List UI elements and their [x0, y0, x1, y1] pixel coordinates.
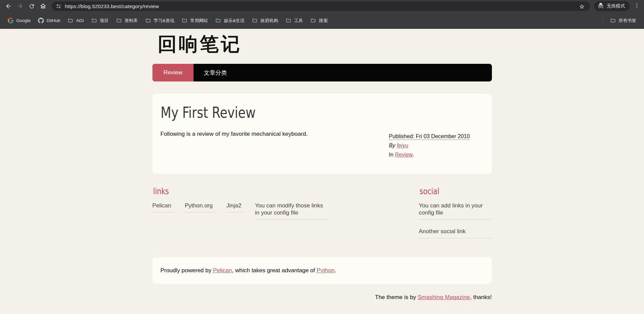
bookmark-label: AGI [76, 18, 84, 23]
bookmark-github[interactable]: GitHub [34, 16, 64, 26]
meta-period: . [412, 152, 414, 158]
theme-credit-suffix: , thanks! [470, 294, 492, 300]
main-nav: Review 文章分类 [152, 64, 492, 81]
list-item: Jinja2 [226, 202, 244, 213]
link-pelican[interactable]: Pelican [152, 202, 174, 213]
back-icon [5, 3, 12, 10]
nav-tab-categories[interactable]: 文章分类 [194, 64, 237, 81]
bookmark-label: 学习&资讯 [154, 18, 174, 24]
bookmark-folder-government[interactable]: 政府机构 [248, 16, 282, 26]
bookmark-label: 搜索 [319, 18, 328, 24]
link-python-org[interactable]: Python.org [185, 202, 215, 213]
bookmark-label: 常用网站 [190, 18, 208, 24]
category-link[interactable]: Review [395, 152, 412, 158]
folder-icon [286, 18, 291, 23]
bookmarks-bar: Google GitHub AGI 项目 资料库 学习&资讯 常用网站 娱乐&生… [0, 12, 644, 29]
incognito-label: 无痕模式 [607, 3, 625, 9]
social-section-title: social [420, 187, 439, 196]
pelican-link[interactable]: Pelican [213, 267, 232, 274]
social-link-add[interactable]: You can add links in your config file [419, 202, 492, 220]
folder-icon [252, 18, 258, 23]
links-section: links Pelican Python.org Jinja2 You can … [152, 187, 376, 238]
nav-tab-review[interactable]: Review [152, 64, 194, 81]
page-viewport: 回响笔记 Review 文章分类 My First Review Followi… [0, 29, 644, 314]
incognito-badge: 无痕模式 [594, 1, 630, 11]
url-text[interactable]: https://blog.520233.best/category/review [65, 3, 578, 9]
reload-icon [29, 3, 35, 10]
bookmark-label: GitHub [47, 18, 60, 23]
article-title: My First Review [161, 104, 256, 121]
folder-icon [215, 18, 221, 23]
list-item: You can add links in your config file [419, 202, 492, 220]
list-item: You can modify those links in your confi… [255, 202, 328, 220]
folder-icon [182, 18, 187, 23]
bookmark-star-icon[interactable] [578, 2, 586, 10]
list-item: Another social link [419, 228, 492, 238]
reload-button[interactable] [26, 1, 37, 11]
folder-icon [116, 18, 122, 23]
theme-credit: The theme is by Smashing Magazine, thank… [152, 294, 492, 301]
site-settings-icon[interactable] [56, 3, 61, 9]
folder-icon [610, 18, 616, 23]
smashing-magazine-link[interactable]: Smashing Magazine [418, 294, 470, 300]
folder-icon [91, 18, 97, 23]
bookmark-label: 资料库 [125, 18, 138, 24]
incognito-icon [597, 2, 604, 10]
bookmark-folder-search[interactable]: 搜索 [307, 16, 331, 26]
in-label: In [389, 152, 393, 158]
home-icon [40, 3, 47, 10]
all-bookmarks-label: 所有书签 [619, 18, 636, 24]
kebab-menu-icon [634, 2, 640, 10]
bookmark-folder-entertainment[interactable]: 娱乐&生活 [211, 16, 248, 26]
sidebar-widgets: links Pelican Python.org Jinja2 You can … [152, 187, 492, 238]
folder-icon [310, 18, 316, 23]
list-item: Python.org [185, 202, 215, 213]
bookmark-label: 政府机构 [260, 18, 278, 24]
bookmark-folder-common-sites[interactable]: 常用网站 [178, 16, 211, 26]
powered-by-text: Proudly powered by Pelican, which takes … [161, 267, 336, 274]
social-section: social You can add links in your config … [419, 187, 492, 238]
author-link[interactable]: feiyu [397, 143, 408, 148]
folder-icon [68, 18, 73, 23]
home-button[interactable] [37, 1, 49, 11]
python-link[interactable]: Python [317, 267, 335, 274]
forward-button[interactable] [14, 1, 26, 11]
github-favicon-icon [38, 18, 44, 23]
bookmark-folder-library[interactable]: 资料库 [112, 16, 142, 26]
bookmark-folder-agi[interactable]: AGI [64, 16, 87, 26]
published-date: Published: Fri 03 December 2010 [389, 133, 470, 140]
bookmark-folder-learning[interactable]: 学习&资讯 [142, 16, 178, 26]
url-bar[interactable]: https://blog.520233.best/category/review [52, 1, 590, 11]
links-section-title: links [153, 187, 169, 196]
bookmark-folder-projects[interactable]: 项目 [88, 16, 112, 26]
bookmarks-divider [603, 17, 603, 24]
bookmark-label: 娱乐&生活 [224, 18, 244, 24]
folder-icon [145, 18, 151, 23]
footer-card: Proudly powered by Pelican, which takes … [152, 257, 492, 284]
bookmark-google[interactable]: Google [4, 16, 34, 26]
bookmark-label: 工具 [294, 18, 303, 24]
back-button[interactable] [3, 1, 14, 11]
browser-menu-button[interactable] [632, 1, 641, 11]
all-bookmarks-button[interactable]: 所有书签 [606, 16, 640, 26]
browser-toolbar: https://blog.520233.best/category/review… [0, 0, 644, 12]
site-title: 回响笔记 [158, 33, 492, 56]
theme-credit-prefix: The theme is by [375, 294, 418, 300]
article-card: My First Review Following is a review of… [152, 94, 492, 174]
bookmark-label: Google [16, 18, 31, 23]
link-modify-note[interactable]: You can modify those links in your confi… [255, 202, 328, 220]
link-jinja2[interactable]: Jinja2 [226, 202, 244, 213]
by-label: By [389, 143, 395, 148]
google-favicon-icon [8, 18, 14, 23]
social-link-another[interactable]: Another social link [419, 228, 492, 238]
bookmark-folder-tools[interactable]: 工具 [282, 16, 307, 26]
bookmark-label: 项目 [100, 18, 109, 24]
article-meta: Published: Fri 03 December 2010 By feiyu… [389, 132, 483, 159]
list-item: Pelican [152, 202, 174, 213]
forward-icon [17, 3, 23, 10]
